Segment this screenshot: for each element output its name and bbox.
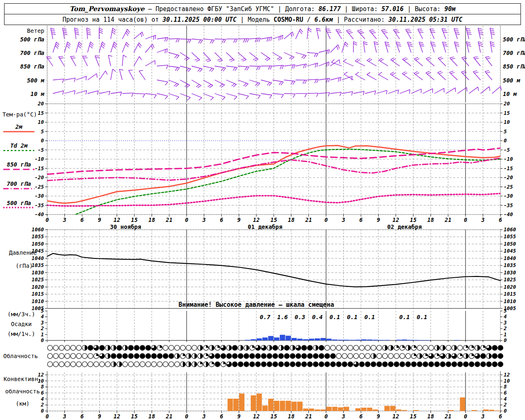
svg-text:18: 18: [288, 217, 294, 223]
svg-text:6: 6: [359, 413, 363, 420]
legend-label-t850: 850 гПа: [1, 161, 37, 168]
svg-text:6: 6: [220, 413, 223, 420]
wind-level-10m-right: 10 м: [503, 91, 517, 97]
svg-text:18: 18: [427, 217, 434, 223]
svg-text:15: 15: [38, 110, 44, 116]
svg-text:18: 18: [288, 413, 294, 420]
svg-text:15: 15: [410, 413, 416, 420]
header-dash: —: [148, 5, 152, 13]
svg-text:2: 2: [503, 402, 507, 408]
wind-section-title: Ветер: [1, 27, 44, 34]
svg-text:Внимание! Высокое давление — ш: Внимание! Высокое давление — шкала смеще…: [178, 301, 334, 308]
altitude-label: Высота:: [415, 5, 441, 13]
svg-text:3: 3: [481, 413, 484, 420]
forecast-prefix: Прогноз на 114 часа(ов) от: [62, 16, 159, 23]
model-name: COSMO-RU: [274, 16, 303, 23]
wind-level-10m: 10 м: [1, 91, 44, 97]
svg-text:0.7: 0.7: [260, 314, 270, 320]
svg-text:12: 12: [504, 372, 510, 378]
svg-text:0: 0: [464, 413, 467, 420]
svg-text:-30: -30: [504, 193, 513, 199]
svg-text:0: 0: [504, 337, 507, 343]
separator: |: [278, 5, 281, 13]
svg-text:-30: -30: [34, 193, 44, 199]
svg-text:12: 12: [114, 413, 120, 420]
svg-text:12: 12: [253, 413, 260, 420]
svg-text:8: 8: [504, 383, 507, 390]
svg-text:01 декабря: 01 декабря: [248, 224, 282, 230]
legend-label-t2m: 2м: [1, 123, 37, 130]
svg-text:6: 6: [504, 390, 507, 396]
precipitation-bars: 0.71.60.30.40.10.10.10.10.1: [245, 314, 459, 340]
pressure-unit: (гПа): [16, 262, 33, 269]
svg-text:6: 6: [499, 413, 502, 420]
svg-text:1010: 1010: [504, 298, 516, 304]
svg-text:21: 21: [444, 217, 451, 223]
svg-text:18: 18: [148, 413, 155, 420]
svg-text:15: 15: [270, 413, 277, 420]
svg-text:5: 5: [504, 128, 507, 135]
svg-text:0: 0: [324, 413, 328, 420]
wind-level-500hpa-right: 500 гПа: [503, 36, 525, 43]
svg-text:1030: 1030: [32, 269, 44, 276]
svg-text:9: 9: [98, 217, 101, 223]
model-slash: /: [307, 16, 310, 23]
separator: |: [337, 16, 340, 23]
conv-title-2: облачность: [1, 388, 44, 395]
svg-text:0: 0: [41, 137, 44, 144]
svg-text:18: 18: [148, 217, 155, 223]
cloud-section-title: Облачность: [3, 353, 38, 359]
altitude-value: 90м: [444, 5, 455, 13]
svg-text:1025: 1025: [32, 276, 44, 283]
svg-text:9: 9: [377, 217, 380, 223]
longitude-value: 86.177: [319, 5, 341, 13]
svg-text:5: 5: [504, 308, 507, 314]
temp-section-title: Тем-ра(°C): [2, 111, 37, 118]
svg-text:1045: 1045: [504, 248, 516, 254]
separator: |: [407, 5, 411, 13]
wind-level-700hpa-right: 700 гПа: [503, 50, 525, 56]
svg-text:0.1: 0.1: [364, 314, 375, 320]
legend-line-t700: [3, 187, 34, 190]
pressure-title: Давление: [9, 249, 37, 256]
svg-text:15: 15: [131, 217, 137, 223]
svg-text:0: 0: [41, 408, 44, 414]
model-label: Модель: [248, 16, 270, 23]
svg-text:6: 6: [80, 413, 84, 420]
svg-text:1050: 1050: [504, 241, 516, 247]
svg-text:1035: 1035: [32, 262, 44, 268]
svg-text:21: 21: [165, 413, 172, 420]
svg-text:3: 3: [62, 413, 66, 420]
svg-text:2: 2: [503, 325, 507, 331]
svg-text:15: 15: [504, 110, 510, 116]
svg-text:0: 0: [185, 217, 188, 223]
svg-text:1060: 1060: [504, 226, 516, 233]
svg-text:0: 0: [46, 413, 49, 420]
separator: |: [345, 5, 348, 13]
svg-text:21: 21: [444, 413, 451, 420]
header-line-2: Прогноз на 114 часа(ов) от 30.11.2025 00…: [5, 14, 520, 25]
svg-text:4: 4: [504, 313, 507, 320]
svg-text:0: 0: [504, 137, 507, 144]
svg-text:3: 3: [481, 217, 484, 223]
wind-level-850hpa-right: 850 гПа: [503, 63, 525, 70]
svg-text:5: 5: [41, 128, 44, 135]
svg-text:3: 3: [62, 217, 66, 223]
svg-text:1050: 1050: [32, 241, 44, 247]
svg-text:1015: 1015: [504, 291, 516, 297]
calc-time: 30.11.2025 05:31 UTC: [388, 16, 463, 23]
wind-barbs: [47, 28, 502, 100]
latitude-label: Широта:: [352, 5, 378, 13]
station-name: Tom_Pervomayskoye: [70, 5, 145, 13]
svg-text:12: 12: [393, 413, 399, 420]
precip-title: Осадки: [1, 321, 42, 327]
svg-text:21: 21: [165, 217, 172, 223]
svg-text:20: 20: [37, 100, 44, 107]
convective-bars: [228, 394, 500, 411]
svg-text:1015: 1015: [32, 291, 44, 297]
svg-text:0.4: 0.4: [312, 314, 323, 320]
latitude-value: 57.016: [381, 5, 404, 13]
svg-text:0: 0: [185, 413, 188, 420]
wind-level-500hpa: 500 гПа: [1, 36, 44, 43]
svg-text:30 ноября: 30 ноября: [110, 224, 141, 230]
